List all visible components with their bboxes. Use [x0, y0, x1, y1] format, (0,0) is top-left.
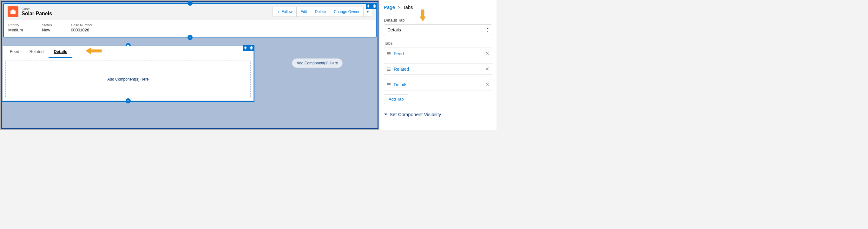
breadcrumb: Page > Tabs [384, 4, 492, 10]
case-icon [8, 6, 19, 17]
field-label: Case Number [71, 23, 92, 27]
tabs-component[interactable]: + Feed Related Details Add Componen [3, 46, 253, 101]
default-tab-label: Default Tab [384, 18, 492, 23]
field-label: Status [42, 23, 52, 27]
move-icon[interactable] [243, 45, 248, 51]
property-inspector: Page > Tabs Default Tab Details Tabs Fee… [379, 0, 496, 130]
insert-after-icon[interactable]: + [126, 98, 131, 103]
record-header: Case Solar Panels ＋Follow Edit Delete Ch… [4, 4, 376, 20]
remove-tab-icon[interactable]: ✕ [485, 51, 489, 57]
tab-list-item[interactable]: Feed ✕ [384, 47, 492, 59]
field-value: New [42, 28, 52, 32]
field-value: 00001026 [71, 28, 92, 32]
divider [379, 13, 496, 14]
tab-list-item[interactable]: Details ✕ [384, 79, 492, 90]
object-label: Case [22, 7, 52, 11]
tab-feed[interactable]: Feed [5, 46, 24, 58]
breadcrumb-root[interactable]: Page [384, 4, 395, 10]
delete-button[interactable]: Delete [311, 7, 330, 17]
highlights-component[interactable]: + Case Sol [3, 3, 377, 37]
builder-canvas[interactable]: + Case Sol [0, 0, 379, 130]
sidebar-dropzone[interactable]: Add Component(s) Here [257, 46, 377, 101]
tab-list-item-label: Related [394, 67, 485, 72]
remove-tab-icon[interactable]: ✕ [485, 81, 489, 88]
drag-handle-icon[interactable] [387, 83, 391, 86]
move-icon[interactable] [366, 3, 372, 9]
default-tab-select[interactable]: Details [384, 25, 492, 35]
dropzone-text: Add Component(s) Here [107, 77, 149, 81]
chevron-down-icon [384, 112, 388, 117]
tab-body-dropzone[interactable]: Add Component(s) Here [5, 61, 251, 98]
delete-icon[interactable] [248, 45, 254, 51]
dropzone-pill: Add Component(s) Here [292, 58, 343, 68]
action-buttons: ＋Follow Edit Delete Change Owner [272, 7, 372, 17]
field-value: Medium [8, 28, 23, 32]
plus-icon: ＋ [276, 9, 280, 14]
drag-handle-icon[interactable] [387, 52, 391, 55]
drag-handle-icon[interactable] [387, 68, 391, 71]
tab-list-item-label: Feed [394, 51, 485, 56]
tab-related[interactable]: Related [24, 46, 49, 58]
follow-button[interactable]: ＋Follow [272, 7, 297, 17]
add-tab-button[interactable]: Add Tab [384, 94, 408, 104]
insert-after-icon[interactable]: + [187, 35, 193, 40]
remove-tab-icon[interactable]: ✕ [485, 66, 489, 72]
chevron-right-icon: > [398, 4, 400, 10]
compact-fields: Priority Medium Status New Case Number 0… [4, 20, 376, 37]
visibility-label: Set Component Visibility [390, 112, 441, 117]
tab-details[interactable]: Details [49, 46, 72, 58]
change-owner-button[interactable]: Change Owner [330, 7, 364, 17]
record-title: Solar Panels [22, 11, 52, 17]
tabs-label: Tabs [384, 41, 492, 46]
visibility-section-toggle[interactable]: Set Component Visibility [384, 112, 492, 117]
tab-bar: Feed Related Details [3, 46, 253, 58]
insert-before-icon[interactable]: + [187, 1, 193, 6]
delete-icon[interactable] [372, 3, 377, 9]
field-label: Priority [8, 23, 23, 27]
breadcrumb-current: Tabs [403, 4, 413, 10]
tab-list-item[interactable]: Related ✕ [384, 63, 492, 75]
edit-button[interactable]: Edit [296, 7, 311, 17]
tab-list-item-label: Details [394, 82, 485, 87]
